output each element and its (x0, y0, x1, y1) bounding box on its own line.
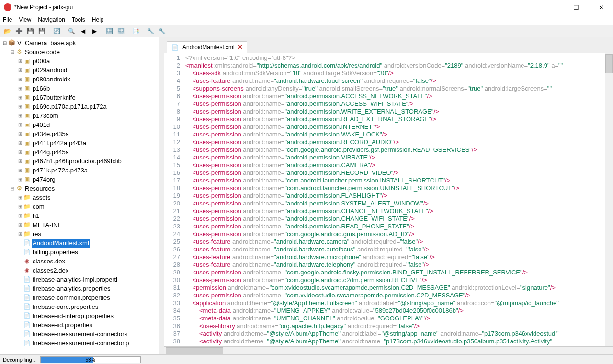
toolbar-button-8[interactable]: ◀ (78, 26, 88, 36)
tree-source-code[interactable]: ⊟⚙Source code (0, 47, 159, 57)
toolbar-button-2[interactable]: 💾 (25, 26, 35, 36)
tree-pkg-p029android[interactable]: ⊞▣p029android (0, 66, 159, 75)
tree-node-icon: ▣ (23, 139, 31, 147)
tree-twisty-icon[interactable]: ⊞ (17, 129, 23, 138)
tree-twisty-icon[interactable]: ⊞ (17, 66, 23, 75)
tree-twisty-icon[interactable]: ⊟ (2, 38, 8, 47)
tree-twisty-icon[interactable]: ⊞ (17, 75, 23, 84)
minimize-button[interactable]: — (543, 4, 559, 11)
toolbar-button-14[interactable]: 📑 (130, 26, 141, 36)
menu-navigation[interactable]: Navigation (38, 16, 65, 23)
tree-twisty-icon[interactable]: ⊞ (17, 202, 23, 211)
tab-label: AndroidManifest.xml (182, 44, 235, 51)
toolbar-separator (49, 27, 49, 35)
tree-twisty-icon[interactable]: ⊟ (10, 184, 15, 193)
menu-view[interactable]: View (19, 16, 31, 23)
tree-file-firebase-core.properties[interactable]: 📄firebase-core.properties (0, 302, 159, 311)
tree-twisty-icon[interactable]: ⊞ (17, 57, 23, 66)
tree-twisty-icon[interactable]: ⊞ (17, 157, 23, 166)
toolbar-button-9[interactable]: ▶ (89, 26, 100, 36)
tree-file-classes2.dex[interactable]: ◉classes2.dex (0, 266, 159, 275)
tree-twisty-icon[interactable]: ⊞ (17, 175, 23, 184)
tree-file-firebase-iid-interop.properties[interactable]: 📄firebase-iid-interop.properties (0, 311, 159, 320)
tree-file-firebase-measurement-connector.p[interactable]: 📄firebase-measurement-connector.p (0, 339, 159, 348)
tree-twisty-icon[interactable]: ⊟ (10, 47, 15, 57)
tree-twisty-icon[interactable]: ⊞ (17, 138, 23, 148)
line-gutter: 1234567891011121314151617181920212223242… (164, 53, 183, 346)
menu-help[interactable]: Help (92, 16, 104, 23)
tree-twisty-icon[interactable]: ⊞ (17, 148, 23, 157)
tree-pkg-p441f.p442a.p443a[interactable]: ⊞▣p441f.p442a.p443a (0, 138, 159, 148)
tree-twisty-icon[interactable]: ⊞ (17, 229, 23, 239)
tree-node-icon: ▣ (23, 130, 31, 138)
vertical-scrollbar[interactable] (605, 53, 613, 346)
toolbar-button-5[interactable]: 🔄 (51, 26, 62, 36)
tree-pkg-p467h1.p468productor.p469fxlib[interactable]: ⊞▣p467h1.p468productor.p469fxlib (0, 157, 159, 166)
tree-folder-META-INF[interactable]: ⊞📁META-INF (0, 220, 159, 229)
tree-pkg-p169c.p170a.p171a.p172a[interactable]: ⊞▣p169c.p170a.p171a.p172a (0, 102, 159, 111)
tree-pkg-p434e.p435a[interactable]: ⊞▣p434e.p435a (0, 129, 159, 138)
maximize-button[interactable]: ☐ (568, 4, 584, 11)
menu-tools[interactable]: Tools (72, 16, 85, 23)
tree-node-icon: 📄 (23, 239, 31, 247)
toolbar-button-17[interactable]: 🔧 (157, 26, 167, 36)
status-label: Decompiling… (3, 357, 37, 363)
tree-twisty-icon[interactable]: ⊞ (17, 166, 23, 175)
tree-file-firebase-measurement-connector-i[interactable]: 📄firebase-measurement-connector-i (0, 330, 159, 339)
tree-node-label: p471k.p472a.p473a (32, 166, 89, 175)
tree-twisty-icon[interactable]: ⊞ (17, 111, 23, 120)
tab-close-icon[interactable]: ✕ (238, 44, 243, 51)
code-editor[interactable]: 1234567891011121314151617181920212223242… (164, 53, 613, 347)
tree-pkg-p000a[interactable]: ⊞▣p000a (0, 57, 159, 66)
tree-folder-res[interactable]: ⊞📁res (0, 229, 159, 239)
tree-pkg-p167butterknife[interactable]: ⊞▣p167butterknife (0, 93, 159, 102)
tree-twisty-icon[interactable]: ⊞ (17, 93, 23, 102)
editor-area: 📄 AndroidManifest.xml ✕ 1234567891011121… (159, 37, 613, 354)
tree-root[interactable]: ⊟📦V_Camera_base.apk (0, 38, 159, 47)
toolbar-button-7[interactable]: 🔍 (66, 26, 77, 36)
tree-node-icon: ▣ (23, 148, 31, 156)
tree-pkg-p080androidx[interactable]: ⊞▣p080androidx (0, 75, 159, 84)
toolbar-button-1[interactable]: ➕ (13, 26, 24, 36)
toolbar-button-16[interactable]: 🔧 (145, 26, 156, 36)
tree-folder-com[interactable]: ⊞📁com (0, 202, 159, 211)
tree-folder-assets[interactable]: ⊞📁assets (0, 193, 159, 202)
toolbar-button-12[interactable]: 🔜 (115, 26, 126, 36)
tree-pkg-p444g.p445a[interactable]: ⊞▣p444g.p445a (0, 148, 159, 157)
toolbar-button-0[interactable]: 📂 (2, 26, 12, 36)
tree-node-label: p474org (32, 175, 57, 184)
tree-node-label: p169c.p170a.p171a.p172a (32, 102, 108, 111)
tree-twisty-icon[interactable]: ⊞ (17, 193, 23, 202)
tree-pkg-p471k.p472a.p473a[interactable]: ⊞▣p471k.p472a.p473a (0, 166, 159, 175)
tree-file-firebase-analytics-impl.properti[interactable]: 📄firebase-analytics-impl.properti (0, 275, 159, 284)
toolbar-button-11[interactable]: 🔙 (104, 26, 114, 36)
tree-file-firebase-iid.properties[interactable]: 📄firebase-iid.properties (0, 320, 159, 330)
tree-twisty-icon[interactable]: ⊞ (17, 102, 23, 111)
toolbar-button-3[interactable]: 💾 (36, 26, 47, 36)
tree-twisty-icon[interactable]: ⊞ (17, 84, 23, 93)
menubar: FileViewNavigationToolsHelp (0, 14, 613, 25)
tree-file-classes.dex[interactable]: ◉classes.dex (0, 257, 159, 266)
tree-twisty-icon[interactable]: ⊞ (17, 220, 23, 229)
project-tree[interactable]: ⊟📦V_Camera_base.apk⊟⚙Source code⊞▣p000a⊞… (0, 37, 159, 354)
tab-androidmanifest[interactable]: 📄 AndroidManifest.xml ✕ (167, 41, 247, 53)
tree-node-icon: ⚙ (15, 185, 23, 193)
tree-folder-h1[interactable]: ⊞📁h1 (0, 211, 159, 220)
tree-pkg-p401d[interactable]: ⊞▣p401d (0, 120, 159, 129)
code-content[interactable]: <?xml version="1.0" encoding="utf-8"?><m… (183, 53, 605, 346)
tree-file-firebase-analytics.properties[interactable]: 📄firebase-analytics.properties (0, 284, 159, 293)
tree-file-billing.properties[interactable]: 📄billing.properties (0, 248, 159, 257)
horizontal-scrollbar[interactable] (164, 347, 613, 354)
close-window-button[interactable]: ✕ (593, 4, 609, 11)
tree-node-label: Source code (24, 47, 61, 57)
tree-twisty-icon[interactable]: ⊞ (17, 211, 23, 220)
menu-file[interactable]: File (3, 16, 12, 23)
tree-resources[interactable]: ⊟⚙Resources (0, 184, 159, 193)
tree-file-AndroidManifest.xml[interactable]: 📄AndroidManifest.xml (0, 239, 159, 248)
tree-pkg-p173com[interactable]: ⊞▣p173com (0, 111, 159, 120)
tree-file-firebase-common.properties[interactable]: 📄firebase-common.properties (0, 293, 159, 302)
tree-twisty-icon[interactable]: ⊞ (17, 120, 23, 129)
tree-node-icon: ▣ (23, 103, 31, 111)
tree-pkg-p166b[interactable]: ⊞▣p166b (0, 84, 159, 93)
tree-pkg-p474org[interactable]: ⊞▣p474org (0, 175, 159, 184)
